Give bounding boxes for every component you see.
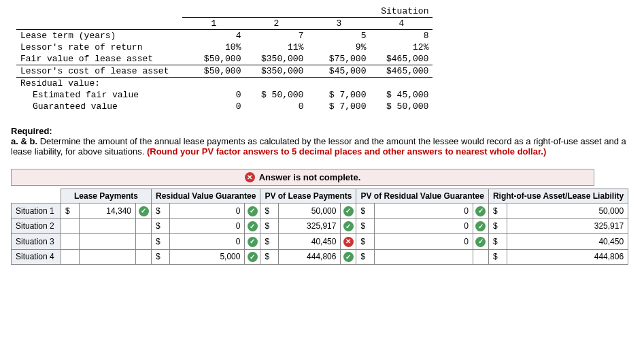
data-cell: $ 7,000 <box>307 101 370 112</box>
row-label: Lessor's cost of lease asset <box>16 65 182 78</box>
data-cell: $ 50,000 <box>245 89 307 101</box>
data-cell: 5 <box>307 30 370 42</box>
required-ab: a. & b. <box>11 136 37 146</box>
required-block: Required: a. & b. Determine the amount o… <box>11 126 633 157</box>
lease-payments-input[interactable]: 14,340 <box>80 204 136 219</box>
check-icon: ✓ <box>341 218 356 234</box>
check-icon: ✓ <box>245 249 260 265</box>
check-icon: ✓ <box>341 204 356 219</box>
pv-lease-input[interactable]: 444,806 <box>279 249 341 265</box>
pv-rvg-input[interactable]: 0 <box>375 218 473 234</box>
dollar-sign: $ <box>260 218 279 234</box>
hdr-rou: Right-of-use Asset/Lease Liability <box>488 189 628 204</box>
pv-rvg-input[interactable]: 0 <box>375 234 473 250</box>
hdr-lease-payments: Lease Payments <box>61 189 152 204</box>
pv-rvg-input[interactable]: 0 <box>375 204 473 219</box>
data-cell: 4 <box>182 30 245 42</box>
data-cell: $50,000 <box>182 65 245 78</box>
dollar-sign: $ <box>260 234 279 250</box>
check-icon: ✓ <box>473 234 488 250</box>
required-heading: Required: <box>11 126 52 136</box>
lease-payments-input[interactable] <box>80 218 136 234</box>
data-cell <box>370 78 433 90</box>
data-cell: $50,000 <box>182 53 245 65</box>
row-label: Estimated fair value <box>16 89 182 101</box>
check-icon: ✓ <box>245 204 260 219</box>
lease-payments-input[interactable] <box>80 234 136 250</box>
data-cell: $ 50,000 <box>370 101 433 112</box>
col-3: 3 <box>307 18 370 30</box>
situation-data-table: Situation 1 2 3 4 Lease term (years)4758… <box>16 5 433 112</box>
data-cell: 12% <box>370 42 433 53</box>
data-cell: $ 7,000 <box>307 89 370 101</box>
check-icon: ✓ <box>245 218 260 234</box>
data-cell: $350,000 <box>245 65 307 78</box>
data-cell: $465,000 <box>370 53 433 65</box>
hdr-pvl: PV of Lease Payments <box>260 189 356 204</box>
empty-icon <box>136 218 152 234</box>
data-cell: 9% <box>307 42 370 53</box>
answer-status-bar: ✕ Answer is not complete. <box>11 169 594 186</box>
check-icon: ✓ <box>341 249 356 265</box>
dollar-sign: $ <box>356 234 375 250</box>
data-cell: 0 <box>182 89 245 101</box>
empty-icon <box>473 249 488 265</box>
check-icon: ✓ <box>136 204 152 219</box>
col-2: 2 <box>245 18 307 30</box>
required-hint: (Round your PV factor answers to 5 decim… <box>147 146 546 157</box>
hdr-pvr: PV of Residual Value Guarantee <box>356 189 488 204</box>
dollar-sign: $ <box>488 218 507 234</box>
dollar-sign <box>61 218 80 234</box>
row-label: Lease term (years) <box>16 30 182 42</box>
dollar-sign: $ <box>260 249 279 265</box>
dollar-sign: $ <box>152 249 170 265</box>
pv-lease-input[interactable]: 325,917 <box>279 218 341 234</box>
rou-value: 40,450 <box>507 234 628 250</box>
rou-value: 444,806 <box>507 249 628 265</box>
data-cell <box>245 78 307 90</box>
situation-row-label: Situation 1 <box>12 204 61 219</box>
check-icon: ✓ <box>473 204 488 219</box>
data-cell <box>307 78 370 90</box>
data-cell: 11% <box>245 42 307 53</box>
x-icon: ✕ <box>341 234 356 250</box>
data-cell: 8 <box>370 30 433 42</box>
rvg-input[interactable]: 5,000 <box>170 249 245 265</box>
rvg-input[interactable]: 0 <box>170 204 245 219</box>
rou-value: 50,000 <box>507 204 628 219</box>
data-cell: 0 <box>245 101 307 112</box>
data-cell: $465,000 <box>370 65 433 78</box>
dollar-sign: $ <box>488 204 507 219</box>
row-label: Fair value of lease asset <box>16 53 182 65</box>
dollar-sign: $ <box>356 204 375 219</box>
data-cell: $75,000 <box>307 53 370 65</box>
data-cell: $45,000 <box>307 65 370 78</box>
situation-row-label: Situation 3 <box>12 234 61 250</box>
dollar-sign: $ <box>152 218 170 234</box>
dollar-sign: $ <box>61 204 80 219</box>
rvg-input[interactable]: 0 <box>170 234 245 250</box>
pv-lease-input[interactable]: 40,450 <box>279 234 341 250</box>
row-label: Lessor's rate of return <box>16 42 182 53</box>
dollar-sign <box>61 249 80 265</box>
lease-payments-input[interactable] <box>80 249 136 265</box>
check-icon: ✓ <box>245 234 260 250</box>
dollar-sign: $ <box>356 218 375 234</box>
data-cell: $ 45,000 <box>370 89 433 101</box>
answer-status-text: Answer is not complete. <box>259 172 361 182</box>
data-cell: 10% <box>182 42 245 53</box>
dollar-sign: $ <box>260 204 279 219</box>
row-label: Guaranteed value <box>16 101 182 112</box>
row-label: Residual value: <box>16 78 182 90</box>
dollar-sign <box>61 234 80 250</box>
dollar-sign: $ <box>152 234 170 250</box>
pv-rvg-input[interactable] <box>375 249 473 265</box>
situation-row-label: Situation 2 <box>12 218 61 234</box>
empty-icon <box>136 234 152 250</box>
rvg-input[interactable]: 0 <box>170 218 245 234</box>
dollar-sign: $ <box>488 249 507 265</box>
dollar-sign: $ <box>152 204 170 219</box>
dollar-sign: $ <box>356 249 375 265</box>
pv-lease-input[interactable]: 50,000 <box>279 204 341 219</box>
hdr-rvg: Residual Value Guarantee <box>152 189 260 204</box>
